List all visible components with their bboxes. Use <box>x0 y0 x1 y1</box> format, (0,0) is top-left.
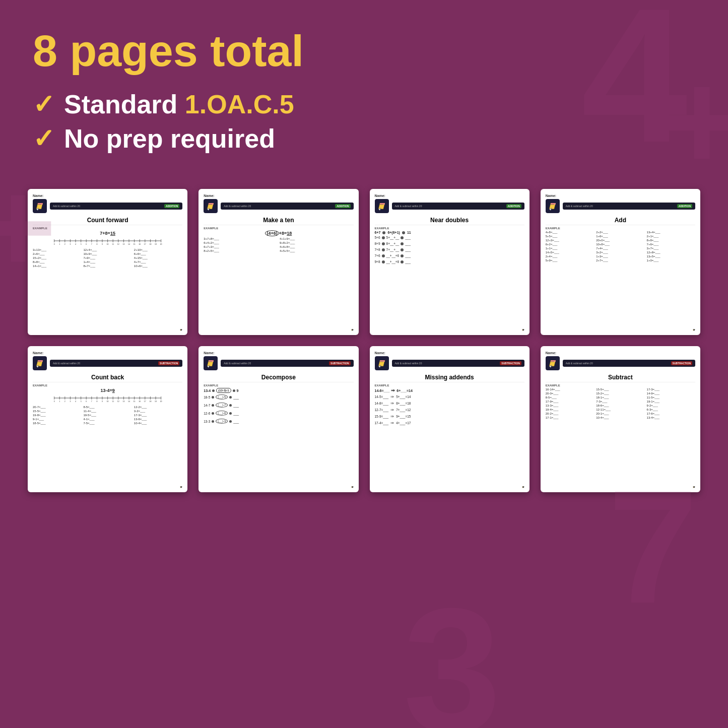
header: 8 pages total ✓ Standard 1.OA.C.5 ✓ No p… <box>0 0 728 169</box>
svg-text:10: 10 <box>107 243 109 245</box>
problem: 7-5=___ <box>83 422 131 425</box>
ws-name-label: Name: <box>375 194 385 197</box>
ws-main-title: Add <box>546 215 695 225</box>
ws-footer: 🎓 <box>375 328 524 331</box>
decomp-problem: 14-7 (__)-7 ___ <box>204 403 353 408</box>
problem: 20-0=___ <box>546 392 594 395</box>
problem: 13-6=___ <box>134 418 182 421</box>
svg-text:5: 5 <box>81 401 82 403</box>
problem: 17-3=___ <box>647 388 695 391</box>
svg-text:4: 4 <box>75 401 76 403</box>
ws-subtitle-right: Add & subtract within 20 ADDITION <box>395 204 521 208</box>
ws-title-block: Add & subtract within 20 ADDITION <box>563 203 695 210</box>
problem: 6+7+3=___ <box>204 245 278 248</box>
ws-name-label: Name: <box>204 351 214 355</box>
problem: 9+8+2=___ <box>280 241 354 244</box>
svg-text:13: 13 <box>122 243 124 245</box>
problem: 17-6=___ <box>647 412 695 415</box>
ws-subtitle-text: Add & subtract within 20 <box>224 362 251 365</box>
problem: 18-1=___ <box>596 396 644 399</box>
ws-subtitle-right: Add & subtract within 20 SUBTRACTION <box>566 361 692 365</box>
nd-problem: 7+6 __+__+6 ___ <box>375 254 524 257</box>
main-title: 8 pages total <box>33 28 695 74</box>
problem: 20-1=___ <box>596 412 644 415</box>
svg-text:16: 16 <box>139 243 141 245</box>
svg-text:3: 3 <box>70 243 71 245</box>
problem: 14+1=___ <box>33 264 81 268</box>
problem: 2+1=___ <box>647 235 695 238</box>
ws-footer-logo: 🎓 <box>522 486 524 488</box>
ws-name-label: Name: <box>33 194 43 197</box>
svg-text:16: 16 <box>139 401 141 403</box>
ws-header: Add & subtract within 20 SUBTRACTION <box>204 356 353 370</box>
ws-header: Add & subtract within 20 SUBTRACTION <box>33 356 182 370</box>
problem: 4+15=___ <box>134 256 182 259</box>
problem: 1+4=___ <box>83 260 131 263</box>
svg-rect-61 <box>551 203 556 205</box>
ws-footer: 🎓 <box>375 486 524 488</box>
worksheet-card-6: Name: Add & subtract within 20 SUBTRACTI… <box>370 346 530 492</box>
check-label-2: No prep required <box>64 123 275 154</box>
ws-example-label: EXAMPLE <box>33 384 182 387</box>
ws-badge: ADDITION <box>506 204 521 208</box>
problem: 11-5=___ <box>647 396 695 399</box>
ws-main-title: Count forward <box>33 215 182 225</box>
problem: 20-7=___ <box>33 406 81 409</box>
ma-problem: 14-5=___ ⇒ 5+___=14 <box>375 394 524 399</box>
svg-text:18: 18 <box>149 243 151 245</box>
ws-badge: SUBTRACTION <box>158 361 179 365</box>
ws-subtitle-text: Add & subtract within 20 <box>395 205 422 208</box>
problem: 14+5=___ <box>546 251 594 254</box>
ws-footer-logo: 🎓 <box>693 486 695 488</box>
ws-title-block: Add & subtract within 20 SUBTRACTION <box>563 360 695 367</box>
problem: 8-5=___ <box>83 406 131 409</box>
svg-text:17: 17 <box>144 401 146 403</box>
worksheet-card-0: Name: Add & subtract within 20 ADDITION … <box>28 189 187 335</box>
ws-footer: 🎓 <box>204 328 353 331</box>
ws-title-block: Add & subtract within 20 SUBTRACTION <box>221 360 353 367</box>
ws-example-label: EXAMPLE <box>546 384 695 387</box>
problem: 17-3=___ <box>134 414 182 417</box>
ws-name-label: Name: <box>546 194 556 197</box>
problem: 1+0=___ <box>647 259 695 262</box>
ws-example-label: EXAMPLE <box>375 384 524 387</box>
problem: 13+5=___ <box>647 255 695 258</box>
problem: 2+6=___ <box>33 252 81 255</box>
svg-text:14: 14 <box>128 401 130 403</box>
svg-rect-119 <box>380 360 385 362</box>
decomp-problem: 18-5 (__)-5 ___ <box>204 394 353 400</box>
svg-text:20: 20 <box>160 401 162 403</box>
ws-example-label: EXAMPLE <box>546 227 695 230</box>
ws-content: EXAMPLE 6+7 6+(6+1) 11 5+6 5+__+__ ___ 8… <box>375 227 524 327</box>
problem: 6-3=___ <box>647 408 695 411</box>
ws-badge: SUBTRACTION <box>500 361 521 365</box>
nd-problem: 9+8 __+__+8 ___ <box>375 260 524 263</box>
svg-text:5: 5 <box>81 243 82 245</box>
ws-subtitle-text: Add & subtract within 20 <box>395 362 422 365</box>
problem: 15-5=___ <box>596 388 644 391</box>
svg-rect-3 <box>38 203 43 205</box>
ws-footer-logo: 🎓 <box>522 328 524 331</box>
problem: 12+8=___ <box>647 251 695 254</box>
ws-content: EXAMPLE 14-6=___ ⇒ 6+___=14 14-5=___ ⇒ 5… <box>375 384 524 484</box>
ws-footer-logo: 🎓 <box>180 328 182 331</box>
svg-text:1: 1 <box>59 243 60 245</box>
ws-main-title: Near doubles <box>375 215 524 225</box>
ws-example-label: EXAMPLE <box>375 227 524 230</box>
problem: 10+9=___ <box>83 252 131 255</box>
problem: 6+6=___ <box>134 252 182 255</box>
svg-text:14: 14 <box>128 243 130 245</box>
ws-name-label: Name: <box>204 194 214 197</box>
ws-subtitle-text: Add & subtract within 20 <box>53 362 80 365</box>
problem: 19-4=___ <box>546 408 594 411</box>
ws-footer: 🎓 <box>546 328 695 331</box>
ws-name-row: Name: <box>33 351 182 355</box>
svg-text:2: 2 <box>64 401 65 403</box>
problem: 8+7=___ <box>83 264 131 268</box>
svg-rect-114 <box>209 360 214 362</box>
problem: 19-1=___ <box>647 400 695 403</box>
problem: 8+8=___ <box>647 239 695 242</box>
problem: 3+7+8=___ <box>204 237 278 240</box>
ws-subtitle-text: Add & subtract within 20 <box>566 362 593 365</box>
ws-name-row: Name: <box>375 351 524 355</box>
